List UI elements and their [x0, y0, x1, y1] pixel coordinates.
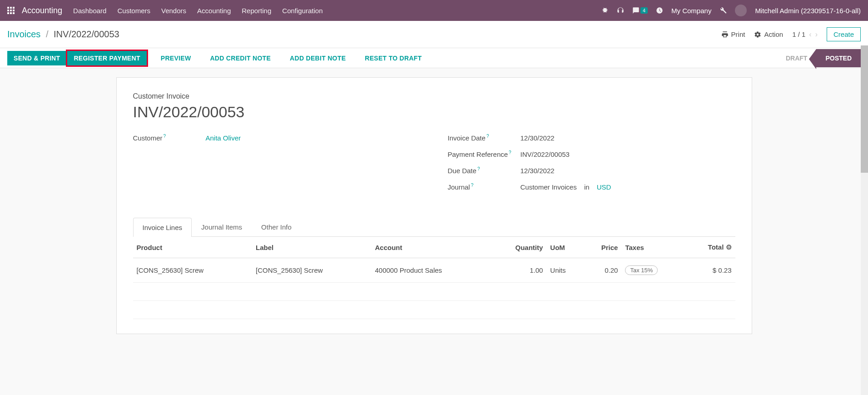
cell-product: [CONS_25630] Screw: [133, 258, 253, 283]
col-taxes: Taxes: [621, 237, 685, 258]
breadcrumb-current: INV/2022/00053: [54, 29, 119, 39]
invoice-date-label: Invoice Date?: [448, 134, 521, 142]
company-selector[interactable]: My Company: [671, 7, 711, 15]
currency-link[interactable]: USD: [597, 183, 611, 191]
col-price: Price: [583, 237, 622, 258]
cell-total: $ 0.23: [685, 258, 735, 283]
status-bar: DRAFT POSTED: [777, 49, 861, 67]
nav-right: 4 My Company Mitchell Admin (22309517-16…: [601, 5, 861, 16]
pager: 1 / 1 ‹ ›: [792, 30, 818, 39]
tab-other-info[interactable]: Other Info: [252, 217, 301, 236]
breadcrumb-parent[interactable]: Invoices: [7, 29, 40, 39]
table-row-empty: [133, 301, 735, 319]
due-date-value: 12/30/2022: [521, 167, 555, 175]
breadcrumb: Invoices / INV/2022/00053: [7, 29, 721, 40]
breadcrumb-bar: Invoices / INV/2022/00053 Print Action 1…: [0, 21, 868, 48]
action-bar: SEND & PRINT REGISTER PAYMENT PREVIEW AD…: [0, 48, 868, 68]
form-sheet: Customer Invoice INV/2022/00053 Customer…: [116, 77, 752, 334]
tab-journal-items[interactable]: Journal Items: [192, 217, 252, 236]
bug-icon[interactable]: [601, 7, 609, 14]
customer-label: Customer?: [133, 134, 206, 142]
help-icon[interactable]: ?: [486, 134, 489, 139]
lines-table: Product Label Account Quantity UoM Price…: [133, 237, 735, 319]
main-menu: Dashboard Customers Vendors Accounting R…: [73, 7, 601, 15]
doc-type: Customer Invoice: [133, 92, 735, 100]
menu-configuration[interactable]: Configuration: [282, 7, 322, 15]
tabs: Invoice Lines Journal Items Other Info: [133, 217, 735, 237]
pager-prev-icon[interactable]: ‹: [809, 30, 811, 39]
print-button[interactable]: Print: [721, 30, 745, 38]
invoice-date-value: 12/30/2022: [521, 134, 555, 142]
col-label: Label: [252, 237, 372, 258]
add-debit-button[interactable]: ADD DEBIT NOTE: [283, 51, 352, 65]
col-product: Product: [133, 237, 253, 258]
payment-ref-value: INV/2022/00053: [521, 150, 570, 158]
scrollbar-thumb[interactable]: [861, 45, 868, 173]
app-brand[interactable]: Accounting: [22, 6, 62, 15]
breadcrumb-sep: /: [46, 29, 49, 39]
journal-label: Journal?: [448, 183, 521, 191]
table-header-row: Product Label Account Quantity UoM Price…: [133, 237, 735, 258]
gear-icon: [754, 31, 761, 38]
options-icon[interactable]: ⚙: [726, 243, 732, 251]
col-uom: UoM: [546, 237, 583, 258]
cell-label: [CONS_25630] Screw: [252, 258, 372, 283]
menu-customers[interactable]: Customers: [117, 7, 150, 15]
help-icon[interactable]: ?: [509, 150, 511, 155]
add-credit-button[interactable]: ADD CREDIT NOTE: [203, 51, 277, 65]
field-due-date: Due Date? 12/30/2022: [448, 166, 735, 175]
field-journal: Journal? Customer Invoices in USD: [448, 183, 735, 191]
top-nav: Accounting Dashboard Customers Vendors A…: [0, 0, 868, 21]
field-customer: Customer? Anita Oliver: [133, 134, 421, 142]
cell-account: 400000 Product Sales: [372, 258, 491, 283]
help-icon[interactable]: ?: [477, 166, 480, 171]
fields-row: Customer? Anita Oliver Invoice Date? 12/…: [133, 134, 735, 199]
support-icon[interactable]: [617, 7, 624, 14]
tab-invoice-lines[interactable]: Invoice Lines: [133, 218, 192, 237]
cell-uom: Units: [546, 258, 583, 283]
customer-value[interactable]: Anita Oliver: [206, 134, 241, 142]
content-area: Customer Invoice INV/2022/00053 Customer…: [0, 68, 868, 343]
table-row[interactable]: [CONS_25630] Screw [CONS_25630] Screw 40…: [133, 258, 735, 283]
field-payment-ref: Payment Reference? INV/2022/00053: [448, 150, 735, 158]
cell-taxes: Tax 15%: [621, 258, 685, 283]
cell-quantity: 1.00: [491, 258, 546, 283]
send-print-button[interactable]: SEND & PRINT: [7, 51, 66, 65]
col-account: Account: [372, 237, 491, 258]
messages-icon[interactable]: 4: [632, 7, 648, 14]
payment-ref-label: Payment Reference?: [448, 150, 521, 158]
print-icon: [721, 31, 729, 38]
apps-icon[interactable]: [7, 7, 15, 14]
doc-title: INV/2022/00053: [133, 103, 735, 121]
pager-text: 1 / 1: [792, 30, 805, 38]
help-icon[interactable]: ?: [471, 183, 474, 188]
menu-accounting[interactable]: Accounting: [197, 7, 231, 15]
col-quantity: Quantity: [491, 237, 546, 258]
journal-value: Customer Invoices in USD: [521, 183, 611, 191]
tax-pill: Tax 15%: [625, 265, 658, 275]
register-payment-button[interactable]: REGISTER PAYMENT: [66, 50, 148, 67]
user-menu[interactable]: Mitchell Admin (22309517-16-0-all): [755, 7, 861, 15]
menu-vendors[interactable]: Vendors: [161, 7, 186, 15]
tools-icon[interactable]: [719, 7, 727, 14]
status-posted[interactable]: POSTED: [816, 49, 861, 67]
reset-draft-button[interactable]: RESET TO DRAFT: [358, 51, 428, 65]
preview-button[interactable]: PREVIEW: [154, 51, 198, 65]
activity-icon[interactable]: [656, 7, 663, 14]
cell-price: 0.20: [583, 258, 622, 283]
field-invoice-date: Invoice Date? 12/30/2022: [448, 134, 735, 142]
table-row-empty: [133, 283, 735, 301]
fields-left: Customer? Anita Oliver: [133, 134, 421, 199]
create-button[interactable]: Create: [827, 27, 861, 41]
avatar[interactable]: [735, 5, 747, 16]
pager-next-icon[interactable]: ›: [815, 30, 818, 39]
menu-dashboard[interactable]: Dashboard: [73, 7, 106, 15]
scrollbar[interactable]: [861, 45, 868, 343]
breadcrumb-actions: Print Action 1 / 1 ‹ › Create: [721, 27, 861, 41]
menu-reporting[interactable]: Reporting: [242, 7, 271, 15]
help-icon[interactable]: ?: [164, 134, 166, 139]
action-button[interactable]: Action: [754, 30, 783, 38]
fields-right: Invoice Date? 12/30/2022 Payment Referen…: [448, 134, 735, 199]
due-date-label: Due Date?: [448, 166, 521, 175]
messages-badge: 4: [640, 7, 648, 14]
